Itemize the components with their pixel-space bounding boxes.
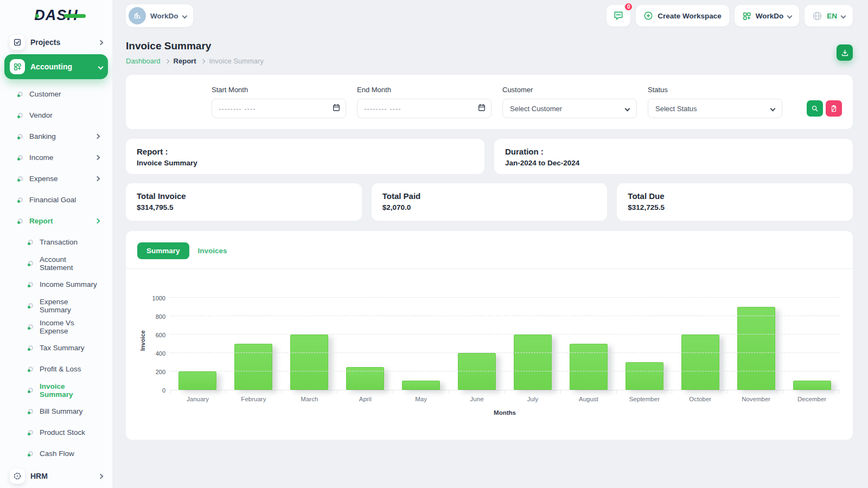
sidebar-item-cash-flow[interactable]: Cash Flow [0,443,112,464]
language-selector[interactable]: EN [805,5,853,27]
status-field-group: Status Select Status [648,86,782,118]
globe-icon [812,11,822,21]
sidebar-item-label: Report [29,217,89,225]
sidebar-item-expense[interactable]: Expense [0,168,112,189]
bar-december[interactable] [793,381,831,390]
breadcrumb-item-report[interactable]: Report [174,57,196,65]
sidebar-item-label: Profit & Loss [40,365,99,373]
breadcrumb-separator-icon [200,59,205,63]
chevron-right-icon [95,155,100,160]
bar-slot [616,291,672,390]
sidebar-item-tax-summary[interactable]: Tax Summary [0,337,112,358]
bar-october[interactable] [681,335,719,390]
sidebar-item-profit-loss[interactable]: Profit & Loss [0,358,112,380]
x-tick-label-october: October [672,396,728,402]
sidebar-item-income-summary[interactable]: Income Summary [0,274,112,295]
sidebar-item-financial-goal[interactable]: Financial Goal [0,189,112,210]
create-workspace-button[interactable]: Create Workspace [636,5,729,27]
sidebar-item-report[interactable]: Report [0,210,112,232]
start-month-label: Start Month [212,86,346,94]
topbar-actions: 0 Create Workspace WorkDo EN [607,5,853,27]
totals-row: Total Invoice$314,795.5Total Paid$2,070.… [126,183,853,221]
sidebar-item-invoice-summary[interactable]: Invoice Summary [0,380,112,401]
sidebar-item-transaction[interactable]: Transaction [0,232,112,253]
app-switcher-button[interactable]: WorkDo [735,5,800,27]
bar-may[interactable] [402,381,440,390]
apply-filter-button[interactable] [807,100,823,117]
x-tick-label-november: November [728,396,784,402]
bar-june[interactable] [458,353,496,390]
bar-september[interactable] [626,362,663,390]
x-tick [561,390,617,394]
reset-filter-button[interactable] [826,100,842,117]
sidebar-item-hrm[interactable]: HRM [4,465,108,487]
total-invoice-card: Total Invoice$314,795.5 [126,183,362,221]
gridline [170,371,840,371]
sidebar-item-expense-summary[interactable]: Expense Summary [0,295,112,316]
customer-select-value: Select Customer [510,105,562,113]
breadcrumb-item-invoice-summary: Invoice Summary [209,57,264,65]
bar-november[interactable] [737,307,775,390]
sidebar-item-accounting[interactable]: Accounting [4,54,108,79]
x-tick [170,390,226,394]
breadcrumb-separator-icon [164,59,169,63]
sidebar-item-vendor[interactable]: Vendor [0,105,112,126]
tab-invoices[interactable]: Invoices [197,242,228,259]
sidebar: DASH Projects Accounting CustomerVendorB… [0,0,112,488]
status-select[interactable]: Select Status [648,99,782,118]
apps-grid-icon [742,11,751,21]
sidebar-item-label: Income Vs Expense [40,319,99,335]
y-tick-label: 400 [156,350,165,357]
sidebar-item-banking[interactable]: Banking [0,126,112,147]
sidebar-item-customer[interactable]: Customer [0,84,112,105]
x-tick-label-july: July [505,396,561,402]
sidebar-item-income-vs-expense[interactable]: Income Vs Expense [0,316,112,337]
bar-april[interactable] [346,367,384,390]
total-card-label: Total Invoice [137,191,351,201]
chart-tabs: SummaryInvoices [126,242,853,268]
chevron-right-icon [95,134,100,139]
bar-slot [337,291,393,390]
team-icon [10,468,25,484]
messages-button[interactable]: 0 [607,5,630,27]
sidebar-nav: Projects Accounting CustomerVendorBankin… [0,31,112,487]
app-logo[interactable]: DASH [0,0,112,30]
bar-january[interactable] [178,371,216,390]
end-month-input[interactable] [357,99,492,118]
bar-march[interactable] [290,335,328,390]
bar-july[interactable] [514,335,552,390]
workspace-selector[interactable]: WorkDo [126,4,193,27]
x-tick-label-june: June [449,396,505,402]
sidebar-item-account-statement[interactable]: Account Statement [0,253,112,274]
sidebar-item-product-stock[interactable]: Product Stock [0,422,112,443]
duration-card: Duration : Jan-2024 to Dec-2024 [494,139,853,174]
start-month-field-group: Start Month [212,86,346,118]
start-month-input[interactable] [212,99,346,118]
breadcrumb-item-dashboard[interactable]: Dashboard [126,57,161,65]
total-card-label: Total Due [628,191,842,201]
bar-august[interactable] [570,344,608,390]
gridline [170,334,840,335]
download-button[interactable] [837,44,853,61]
sidebar-item-label: Transaction [40,238,99,246]
bullet-icon [28,388,33,393]
sidebar-item-label: Projects [30,38,93,47]
create-workspace-label: Create Workspace [658,12,722,20]
x-tick-label-december: December [784,396,840,402]
sidebar-item-bill-summary[interactable]: Bill Summary [0,401,112,422]
customer-select[interactable]: Select Customer [502,99,637,118]
sidebar-item-projects[interactable]: Projects [4,31,108,53]
search-icon [811,105,819,112]
bar-slot [505,291,561,390]
bar-february[interactable] [234,344,272,390]
tab-summary[interactable]: Summary [137,242,189,259]
sidebar-item-income[interactable]: Income [0,147,112,168]
x-tick [672,390,728,394]
chevron-down-icon [182,13,187,18]
bullet-icon [28,303,33,308]
x-tick [784,390,840,394]
topbar: WorkDo 0 Create Workspace WorkDo [126,0,853,31]
bullet-icon [28,430,33,435]
chart-card: SummaryInvoices Invoice 0200400600800100… [126,231,853,440]
bullet-icon [18,219,23,223]
